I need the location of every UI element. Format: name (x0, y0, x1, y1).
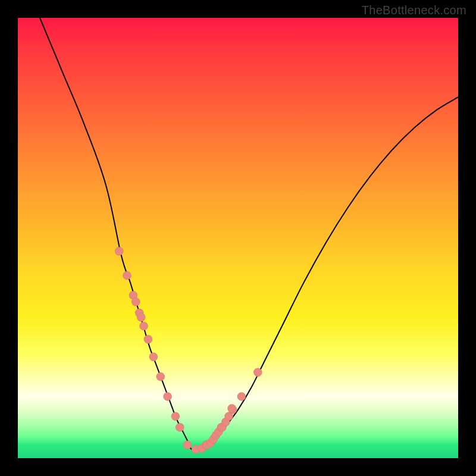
sample-dot (144, 335, 152, 343)
sample-dot (228, 404, 236, 412)
sample-dot (164, 392, 172, 400)
chart-svg (18, 18, 458, 458)
sample-dot (156, 372, 165, 381)
sample-dot (137, 313, 145, 321)
sample-dot (171, 412, 180, 421)
sample-dot (237, 392, 246, 400)
sample-dots-group (115, 247, 262, 453)
sample-dot (176, 423, 184, 431)
bottleneck-curve (40, 18, 458, 450)
sample-dot (183, 441, 192, 449)
sample-dot (140, 322, 148, 330)
sample-dot (123, 271, 131, 280)
sample-dot (115, 247, 123, 255)
sample-dot (131, 298, 140, 306)
sample-dot (149, 353, 158, 361)
sample-dot (253, 368, 262, 377)
watermark-text: TheBottleneck.com (362, 4, 466, 17)
